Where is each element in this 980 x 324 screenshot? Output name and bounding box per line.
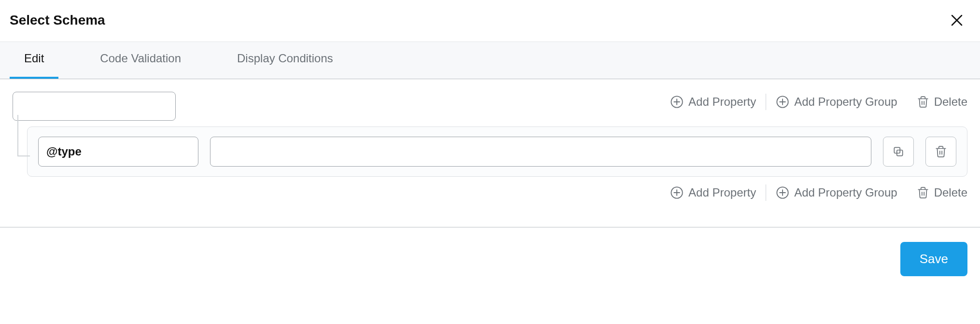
footer: Save [0, 227, 980, 288]
dialog-title: Select Schema [10, 13, 105, 28]
schema-root-name-input[interactable] [13, 92, 176, 121]
add-property-group-button[interactable]: Add Property Group [776, 186, 897, 199]
copy-icon [892, 145, 905, 158]
close-button[interactable] [947, 11, 966, 30]
add-property-group-label: Add Property Group [794, 95, 897, 109]
add-property-group-button[interactable]: Add Property Group [776, 95, 897, 109]
add-property-button[interactable]: Add Property [670, 95, 756, 109]
dialog-header: Select Schema [0, 0, 980, 42]
trash-icon [917, 96, 929, 108]
add-property-button[interactable]: Add Property [670, 186, 756, 199]
plus-circle-icon [670, 186, 684, 199]
plus-circle-icon [670, 95, 684, 109]
tree-connector [13, 127, 27, 177]
duplicate-property-button[interactable] [883, 137, 914, 167]
property-group-wrap [13, 127, 967, 177]
save-button[interactable]: Save [900, 242, 967, 276]
tab-display-conditions[interactable]: Display Conditions [223, 39, 348, 79]
delete-label: Delete [934, 95, 967, 109]
editor-area: Add Property Add Property Group [0, 79, 980, 210]
close-icon [950, 13, 964, 28]
trash-icon [917, 186, 929, 199]
plus-circle-icon [776, 186, 789, 199]
add-property-label: Add Property [688, 95, 756, 109]
tab-edit[interactable]: Edit [10, 39, 58, 79]
trash-icon [935, 145, 947, 158]
property-value-input[interactable] [210, 137, 871, 167]
action-divider [766, 94, 766, 110]
delete-group-button[interactable]: Delete [917, 186, 967, 199]
action-divider [766, 184, 766, 201]
add-property-group-label: Add Property Group [794, 186, 897, 199]
plus-circle-icon [776, 95, 789, 109]
property-row [27, 127, 967, 177]
delete-label: Delete [934, 186, 967, 199]
delete-property-button[interactable] [925, 137, 956, 167]
group-action-row: Add Property Add Property Group [13, 184, 967, 201]
add-property-label: Add Property [688, 186, 756, 199]
delete-root-button[interactable]: Delete [917, 95, 967, 109]
property-key-input[interactable] [38, 137, 198, 167]
tab-bar: Edit Code Validation Display Conditions [0, 42, 980, 79]
tab-code-validation[interactable]: Code Validation [85, 39, 196, 79]
